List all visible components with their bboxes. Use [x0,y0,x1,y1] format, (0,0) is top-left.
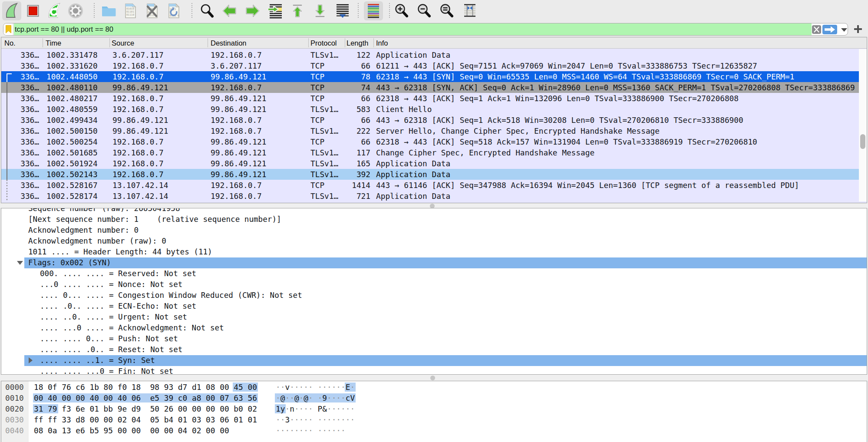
hex-bytes[interactable]: 31 79 f3 6e 01 bb 9e d9 50 26 00 00 00 0… [34,403,257,414]
go-previous-button[interactable] [220,1,239,20]
expander-closed-icon[interactable] [29,357,33,363]
go-next-button[interactable] [243,1,262,20]
capture-options-button[interactable] [66,1,85,20]
packet-row[interactable]: 336…1002.500254192.168.0.799.86.49.121TC… [1,136,859,147]
column-separator[interactable] [308,38,309,47]
expander-open-icon[interactable] [17,261,23,265]
apply-filter-button[interactable] [822,25,837,34]
go-to-packet-button[interactable] [265,1,284,20]
detail-row[interactable]: .... .... ..1. = Syn: Set [1,355,867,366]
packet-list-pane: No.TimeSourceDestinationProtocolLengthIn… [1,37,867,203]
zoom-original-button[interactable] [437,1,456,20]
packet-row[interactable]: 336…1002.3314783.6.207.117192.168.0.7TLS… [1,49,859,60]
splitter-details-bytes[interactable] [0,375,868,381]
detail-row[interactable]: .... .... .0.. = Reset: Not set [1,344,867,355]
clear-filter-button[interactable] [812,25,821,34]
splitter-list-details[interactable] [0,204,868,208]
column-separator[interactable] [109,38,110,47]
packet-row[interactable]: 336…1002.480559192.168.0.799.86.49.121TL… [1,104,859,115]
reload-file-button[interactable]: 1011 0111 0 [164,1,183,20]
hex-row[interactable]: 002031 79 f3 6e 01 bb 9e d9 50 26 00 00 … [1,403,867,414]
start-capture-button[interactable] [2,1,21,20]
packet-info: Application Data [373,169,859,180]
column-header-destination[interactable]: Destination [211,37,247,48]
hex-ascii[interactable]: 1y·n···· P&······ [276,403,355,414]
hex-bytes[interactable]: ff ff 33 d8 00 00 02 04 05 b4 01 03 03 0… [34,414,257,425]
packet-source: 192.168.0.7 [109,71,208,82]
packet-row[interactable]: 336…1002.52817413.107.42.14192.168.0.7TL… [1,191,859,201]
hex-row[interactable]: 004008 0a 13 e6 b5 95 00 00 00 00 04 02 … [1,425,867,436]
open-file-button[interactable] [99,1,118,20]
hex-row[interactable]: 001000 40 00 00 40 00 40 06 e5 39 c0 a8 … [1,393,867,403]
detail-row[interactable]: [Next sequence number: 1 (relative seque… [1,214,867,225]
go-first-button[interactable] [288,1,307,20]
detail-row[interactable]: Acknowledgment number: 0 [1,225,867,236]
packet-time: 1002.331478 [43,49,109,60]
filter-history-caret-icon[interactable] [841,28,847,32]
detail-row[interactable]: .... .... 0... = Push: Not set [1,333,867,344]
detail-row[interactable]: Sequence number (raw): 2665041958 [1,208,867,214]
zoom-out-button[interactable] [415,1,434,20]
packet-row[interactable]: 336…1002.48011099.86.49.121192.168.0.7TC… [1,82,859,93]
packet-row[interactable]: 336…1002.49943499.86.49.121192.168.0.7TC… [1,115,859,125]
column-header-length[interactable]: Length [347,37,372,48]
close-file-button[interactable]: 010 011 0111 [142,1,162,20]
hex-ascii[interactable]: ··v····· ······E· [276,382,355,393]
detail-row[interactable]: .... ..0. .... = Urgent: Not set [1,312,867,323]
find-packet-button[interactable] [198,1,217,20]
packet-row[interactable]: 336…1002.52816713.107.42.14192.168.0.7TC… [1,180,859,191]
column-header-no[interactable]: No. [4,37,16,48]
packet-row[interactable]: 336…1002.501924192.168.0.799.86.49.121TL… [1,158,859,169]
hex-row[interactable]: 0030ff ff 33 d8 00 00 02 04 05 b4 01 03 … [1,414,867,425]
packet-info: 62318 → 443 [SYN] Seq=0 Win=65535 Len=0 … [373,71,859,82]
restart-capture-button[interactable] [45,1,64,20]
hex-ascii[interactable]: ··3····· ········ [276,414,355,425]
packet-no: 336… [1,125,43,136]
hex-ascii[interactable]: ·@··@·@· ·9····cV [276,393,355,403]
packet-list-scrollbar[interactable] [859,49,867,201]
column-header-time[interactable]: Time [46,37,61,48]
packet-length: 78 [345,71,373,82]
detail-row[interactable]: ...0 .... .... = Nonce: Not set [1,279,867,290]
column-header-info[interactable]: Info [376,37,388,48]
detail-row[interactable]: .... ...0 .... = Acknowledgment: Not set [1,323,867,333]
hex-bytes[interactable]: 18 0f 76 c6 1b 80 f0 18 98 93 d7 d1 08 0… [34,382,257,393]
column-separator[interactable] [373,38,374,47]
packet-row[interactable]: 336…1002.501685192.168.0.799.86.49.121TL… [1,147,859,158]
auto-scroll-button[interactable] [333,1,352,20]
stop-capture-button[interactable] [23,1,43,20]
hex-bytes[interactable]: 08 0a 13 e6 b5 95 00 00 00 00 04 02 00 0… [34,425,229,436]
detail-text: 000. .... .... = Reserved: Not set [40,268,196,279]
detail-row[interactable]: Acknowledgment number (raw): 0 [1,236,867,247]
go-last-button[interactable] [310,1,330,20]
hex-bytes[interactable]: 00 40 00 00 40 00 40 06 e5 39 c0 a8 00 0… [34,393,257,403]
add-filter-button[interactable] [854,25,862,33]
detail-row[interactable]: .... 0... .... = Congestion Window Reduc… [1,290,867,301]
shark-fin-icon [2,1,21,20]
hex-ascii[interactable]: ········ ······ [276,425,346,436]
colorize-button[interactable] [364,1,383,20]
svg-text:01110: 01110 [126,13,134,16]
detail-row[interactable]: .... .... ...0 = Fin: Not set [1,366,867,375]
column-separator[interactable] [43,38,43,47]
packet-row[interactable]: 336…1002.50015099.86.49.121192.168.0.7TL… [1,125,859,136]
detail-row[interactable]: 1011 .... = Header Length: 44 bytes (11) [1,247,867,257]
hex-row[interactable]: 000018 0f 76 c6 1b 80 f0 18 98 93 d7 d1 … [1,382,867,393]
save-file-button[interactable]: 01010 01101 01110 [121,1,140,20]
display-filter-input[interactable]: tcp.port == 80 || udp.port == 80 [15,23,113,35]
column-separator[interactable] [208,38,208,47]
column-header-source[interactable]: Source [112,37,134,48]
zoom-in-button[interactable] [392,1,411,20]
packet-row[interactable]: 336…1002.448050192.168.0.799.86.49.121TC… [1,71,859,82]
detail-row[interactable]: Flags: 0x002 (SYN) [1,257,867,268]
column-header-protocol[interactable]: Protocol [310,37,337,48]
packet-row[interactable]: 336…1002.502143192.168.0.799.86.49.121TL… [1,169,859,180]
packet-list-scrollbar-thumb[interactable] [860,134,865,149]
detail-row[interactable]: .... .0.. .... = ECN-Echo: Not set [1,301,867,312]
detail-row[interactable]: 000. .... .... = Reserved: Not set [1,268,867,279]
resize-columns-button[interactable] [460,1,479,20]
column-separator[interactable] [345,38,345,47]
packet-row[interactable]: 336…1002.480217192.168.0.799.86.49.121TC… [1,93,859,104]
packet-row[interactable]: 336…1002.331620192.168.0.73.6.207.117TCP… [1,60,859,71]
filter-bookmark-button[interactable] [3,23,13,35]
